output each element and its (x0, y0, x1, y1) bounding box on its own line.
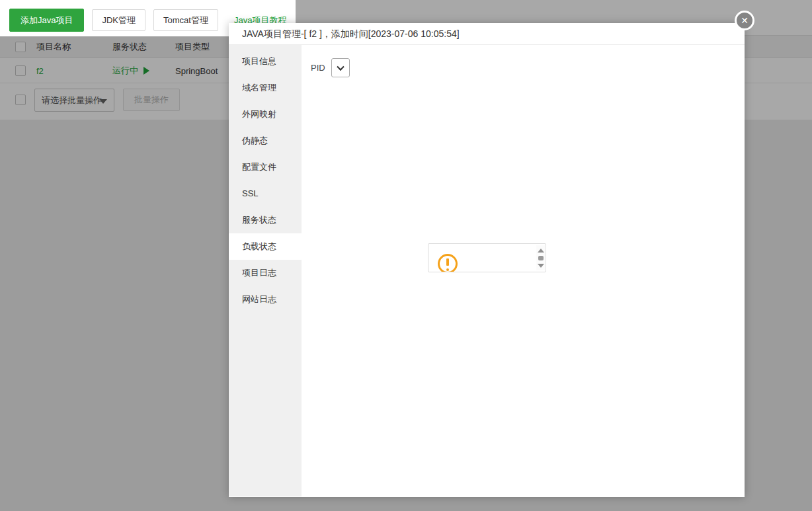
tomcat-manage-button[interactable]: Tomcat管理 (153, 9, 218, 31)
tab-config-file[interactable]: 配置文件 (229, 154, 302, 180)
scroll-down-icon[interactable] (538, 264, 544, 268)
tab-project-info[interactable]: 项目信息 (229, 48, 302, 75)
load-status-panel: PID (302, 45, 745, 496)
tab-rewrite[interactable]: 伪静态 (229, 128, 302, 154)
add-java-project-button[interactable]: 添加Java项目 (9, 9, 84, 32)
close-icon: ✕ (741, 15, 749, 26)
pid-label: PID (311, 63, 325, 73)
modal-title: JAVA项目管理-[ f2 ]，添加时间[2023-07-06 10:05:54… (229, 23, 745, 45)
chevron-down-icon (337, 63, 344, 70)
tab-external-mapping[interactable]: 外网映射 (229, 101, 302, 128)
pid-select[interactable] (331, 58, 350, 77)
close-button[interactable]: ✕ (735, 11, 754, 30)
modal-body: 项目信息 域名管理 外网映射 伪静态 配置文件 SSL 服务状态 负载状态 项目… (229, 45, 745, 496)
tab-site-log[interactable]: 网站日志 (229, 286, 302, 313)
mini-scrollbar[interactable] (536, 245, 545, 270)
tab-ssl[interactable]: SSL (229, 180, 302, 207)
tab-service-status[interactable]: 服务状态 (229, 207, 302, 233)
pid-row: PID (311, 58, 350, 77)
scroll-up-icon[interactable] (538, 249, 544, 253)
tab-domain-manage[interactable]: 域名管理 (229, 75, 302, 101)
java-project-manager-dialog: ✕ JAVA项目管理-[ f2 ]，添加时间[2023-07-06 10:05:… (229, 23, 745, 497)
tab-load-status[interactable]: 负载状态 (229, 233, 302, 260)
modal-sidebar: 项目信息 域名管理 外网映射 伪静态 配置文件 SSL 服务状态 负载状态 项目… (229, 45, 302, 496)
warning-icon (438, 254, 458, 272)
tab-project-log[interactable]: 项目日志 (229, 260, 302, 286)
jdk-manage-button[interactable]: JDK管理 (92, 9, 145, 31)
scroll-thumb[interactable] (538, 256, 544, 260)
loading-message-box (428, 243, 546, 272)
